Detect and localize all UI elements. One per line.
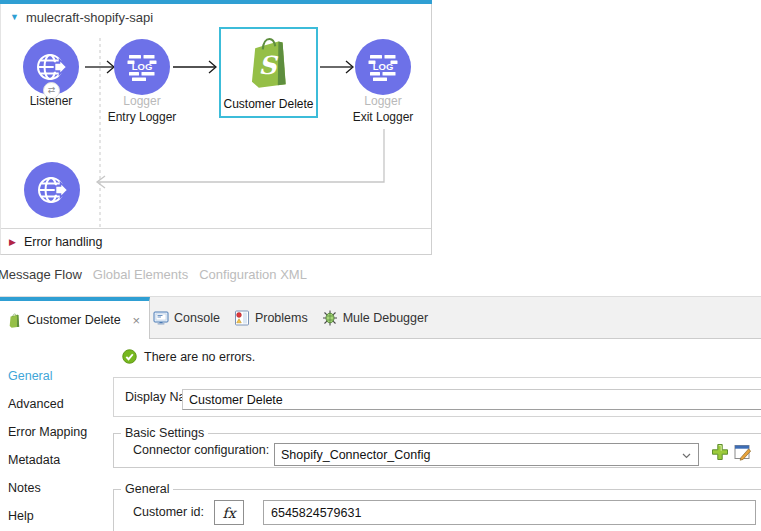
globe-icon [35,173,69,207]
shopify-icon [8,313,21,328]
general-group: General Customer id: fx [113,489,761,531]
flow-canvas-panel: ▼ mulecraft-shopify-sapi [0,0,432,255]
message-flow-canvas: ⇄ Listener LOG Logger Entry Logger [1,30,431,228]
svg-text:LOG: LOG [373,61,394,72]
add-config-button[interactable] [711,443,729,461]
svg-text:LOG: LOG [132,61,153,72]
properties-panel: General Advanced Error Mapping Metadata … [0,339,761,531]
display-name-group: Display Name: [113,377,761,417]
entry-logger-type-label: Logger [92,94,192,108]
status-row: There are no errors. [122,349,255,364]
tab-global-elements[interactable]: Global Elements [93,267,188,282]
tab-console-label: Console [174,311,220,325]
error-handling-label: Error handling [24,235,103,249]
customer-id-input[interactable] [263,500,756,525]
connector-configuration-value: Shopify_Connector_Config [281,448,430,462]
tab-console[interactable]: Console [150,297,231,339]
sidebar-item-notes[interactable]: Notes [8,474,87,502]
sidebar-item-help[interactable]: Help [8,502,87,530]
sidebar-item-error-mapping[interactable]: Error Mapping [8,418,87,446]
flow-title: mulecraft-shopify-sapi [26,10,153,25]
svg-text:S: S [259,51,279,80]
sidebar-item-metadata[interactable]: Metadata [8,446,87,474]
anypoint-studio-window: ▼ mulecraft-shopify-sapi [0,0,761,531]
plus-icon [711,443,729,461]
problems-icon [234,310,250,326]
general-legend: General [121,482,173,496]
view-tab-strip: Customer Delete × Console [0,296,761,339]
edit-config-button[interactable] [734,443,752,461]
tab-customer-delete-label: Customer Delete [27,313,121,327]
sidebar-item-general[interactable]: General [8,362,87,390]
properties-sidebar: General Advanced Error Mapping Metadata … [8,362,87,530]
tab-message-flow[interactable]: Message Flow [0,267,82,282]
customer-id-label: Customer id: [133,500,204,525]
basic-settings-group: Basic Settings Connector configuration: … [113,433,761,468]
view-tabs: Console Problems Mu [150,297,439,339]
exit-logger-name-label: Exit Logger [333,110,433,124]
exit-logger-node[interactable]: LOG [355,39,411,95]
exit-logger-type-label: Logger [333,94,433,108]
collapse-triangle-icon[interactable]: ▼ [10,12,19,22]
tab-mule-debugger[interactable]: Mule Debugger [319,297,439,339]
sidebar-item-advanced[interactable]: Advanced [8,390,87,418]
connector-configuration-select[interactable]: Shopify_Connector_Config [274,443,699,466]
fx-expression-button[interactable]: fx [214,500,244,525]
close-icon[interactable]: × [132,313,149,328]
globe-icon [34,50,68,84]
display-name-input[interactable] [182,389,761,410]
tab-configuration-xml[interactable]: Configuration XML [199,267,307,282]
edit-icon [734,443,752,461]
log-icon: LOG [365,49,401,85]
check-ok-icon [122,349,137,364]
status-message: There are no errors. [144,350,255,364]
expand-triangle-icon[interactable]: ▶ [9,237,16,247]
tab-problems[interactable]: Problems [231,297,319,339]
entry-logger-node[interactable]: LOG [114,39,170,95]
chevron-down-icon [682,453,691,459]
entry-logger-name-label: Entry Logger [92,110,192,124]
tab-problems-label: Problems [255,311,308,325]
error-handling-section[interactable]: ▶ Error handling [1,228,431,254]
tab-customer-delete[interactable]: Customer Delete × [0,297,150,339]
bug-icon [322,310,338,326]
log-icon: LOG [124,49,160,85]
console-icon [153,310,169,326]
shopify-icon: S [246,36,292,88]
editor-tabs: Message Flow Global Elements Configurati… [0,258,307,290]
connector-configuration-label: Connector configuration: [133,434,269,467]
listener-label: Listener [1,94,101,108]
tab-mule-debugger-label: Mule Debugger [343,311,428,325]
listener-response-node[interactable] [24,162,80,218]
flow-header: ▼ mulecraft-shopify-sapi [1,4,153,30]
customer-delete-label: Customer Delete [221,97,316,111]
customer-delete-node-selected[interactable]: S Customer Delete [219,27,318,118]
